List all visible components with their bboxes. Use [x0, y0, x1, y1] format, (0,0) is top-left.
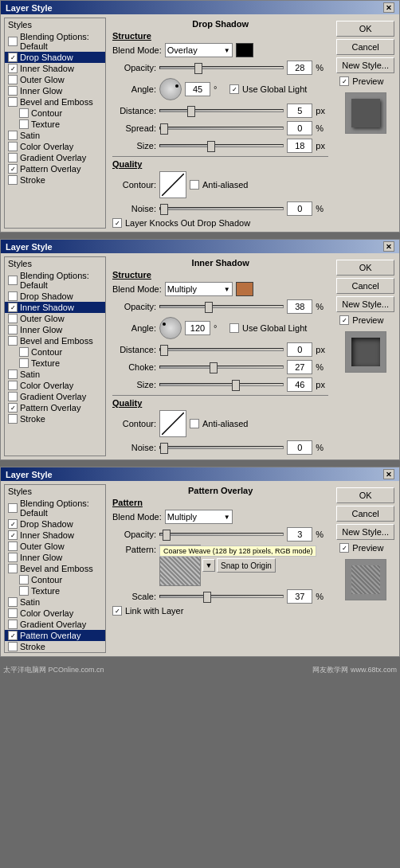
checkbox-gradientoverlay-1[interactable] — [8, 153, 18, 162]
checkbox-innerglow-1[interactable] — [8, 86, 18, 96]
checkbox-coloroverlay-3[interactable] — [8, 608, 18, 618]
checkbox-coloroverlay-1[interactable] — [8, 142, 18, 151]
checkbox-stroke-2[interactable] — [8, 414, 18, 424]
checkbox-patternoverlay-3[interactable] — [8, 631, 18, 640]
close-button-1[interactable]: ✕ — [383, 2, 394, 13]
checkbox-gradientoverlay-3[interactable] — [8, 620, 18, 629]
sidebar-item-patternoverlay-2[interactable]: Pattern Overlay — [5, 402, 105, 413]
preview-cb-1[interactable] — [339, 76, 349, 86]
checkbox-dropshadow-1[interactable] — [8, 53, 18, 62]
sidebar-item-satin-2[interactable]: Satin — [5, 369, 105, 380]
checkbox-outerglow-3[interactable] — [8, 542, 18, 551]
close-button-2[interactable]: ✕ — [383, 241, 394, 252]
sidebar-item-texture-1[interactable]: Texture — [5, 119, 105, 130]
checkbox-satin-1[interactable] — [8, 131, 18, 140]
distance-slider-1[interactable] — [159, 105, 284, 116]
sidebar-item-coloroverlay-3[interactable]: Color Overlay — [5, 608, 105, 619]
preview-cb-2[interactable] — [339, 315, 349, 325]
angle-input-2[interactable] — [185, 321, 210, 335]
anti-aliased-cb-1[interactable] — [190, 180, 199, 190]
sidebar-item-contour-2[interactable]: Contour — [5, 346, 105, 358]
new-style-button-1[interactable]: New Style... — [336, 57, 394, 73]
checkbox-blending-3[interactable] — [8, 503, 18, 513]
checkbox-satin-2[interactable] — [8, 369, 18, 379]
sidebar-item-innerglow-1[interactable]: Inner Glow — [5, 85, 105, 96]
checkbox-texture-2[interactable] — [19, 358, 29, 368]
sidebar-item-blending-3[interactable]: Blending Options: Default — [5, 498, 105, 518]
choke-slider-2[interactable] — [159, 362, 284, 373]
sidebar-item-dropshadow-2[interactable]: Drop Shadow — [5, 291, 105, 302]
checkbox-innershadow-1[interactable] — [8, 64, 18, 73]
pattern-picker-btn-3[interactable]: ▼ — [202, 559, 215, 572]
sidebar-item-gradientoverlay-1[interactable]: Gradient Overlay — [5, 152, 105, 163]
distance-slider-2[interactable] — [159, 344, 284, 355]
cancel-button-3[interactable]: Cancel — [336, 506, 394, 522]
sidebar-item-innershadow-3[interactable]: Inner Shadow — [5, 530, 105, 541]
cancel-button-1[interactable]: Cancel — [336, 39, 394, 55]
sidebar-item-dropshadow-1[interactable]: Drop Shadow — [5, 52, 105, 63]
global-light-cb-2[interactable] — [229, 323, 239, 333]
checkbox-contour-3[interactable] — [19, 575, 29, 585]
blend-mode-dropdown-1[interactable]: Overlay ▼ — [165, 43, 233, 57]
checkbox-bevel-3[interactable] — [8, 564, 18, 573]
ok-button-2[interactable]: OK — [336, 260, 394, 276]
ok-button-3[interactable]: OK — [336, 487, 394, 503]
opacity-input-3[interactable] — [287, 527, 312, 542]
opacity-input-1[interactable] — [287, 61, 312, 75]
angle-input-1[interactable] — [185, 82, 210, 96]
checkbox-texture-1[interactable] — [19, 119, 29, 129]
checkbox-innerglow-3[interactable] — [8, 553, 18, 562]
checkbox-stroke-1[interactable] — [8, 175, 18, 185]
checkbox-outerglow-2[interactable] — [8, 314, 18, 323]
shadow-color-1[interactable] — [236, 43, 253, 57]
sidebar-item-blending-2[interactable]: Blending Options: Default — [5, 270, 105, 291]
scale-input-3[interactable] — [287, 589, 312, 604]
sidebar-item-contour-3[interactable]: Contour — [5, 574, 105, 585]
sidebar-item-innerglow-2[interactable]: Inner Glow — [5, 324, 105, 335]
distance-input-1[interactable] — [287, 104, 312, 118]
sidebar-item-bevel-3[interactable]: Bevel and Emboss — [5, 563, 105, 574]
scale-slider-3[interactable] — [159, 591, 284, 602]
checkbox-texture-3[interactable] — [19, 586, 29, 596]
spread-input-1[interactable] — [287, 121, 312, 135]
shadow-color-2[interactable] — [236, 282, 253, 296]
sidebar-item-innershadow-2[interactable]: Inner Shadow — [5, 302, 105, 313]
noise-input-1[interactable] — [287, 201, 312, 216]
checkbox-contour-1[interactable] — [19, 108, 29, 118]
checkbox-bevel-2[interactable] — [8, 336, 18, 346]
sidebar-item-gradientoverlay-2[interactable]: Gradient Overlay — [5, 391, 105, 402]
sidebar-item-stroke-3[interactable]: Stroke — [5, 641, 105, 652]
checkbox-blending-1[interactable] — [8, 37, 18, 46]
opacity-slider-1[interactable] — [159, 62, 284, 73]
contour-preview-1[interactable] — [159, 171, 186, 198]
new-style-button-3[interactable]: New Style... — [336, 524, 394, 540]
checkbox-innershadow-3[interactable] — [8, 530, 18, 540]
noise-slider-2[interactable] — [159, 442, 284, 453]
sidebar-item-coloroverlay-2[interactable]: Color Overlay — [5, 380, 105, 391]
checkbox-satin-3[interactable] — [8, 597, 18, 607]
sidebar-item-stroke-1[interactable]: Stroke — [5, 174, 105, 186]
sidebar-item-outerglow-3[interactable]: Outer Glow — [5, 541, 105, 552]
sidebar-item-satin-3[interactable]: Satin — [5, 596, 105, 608]
checkbox-innerglow-2[interactable] — [8, 325, 18, 334]
opacity-slider-2[interactable] — [159, 301, 284, 312]
checkbox-innershadow-2[interactable] — [8, 303, 18, 312]
sidebar-item-outerglow-2[interactable]: Outer Glow — [5, 313, 105, 324]
checkbox-stroke-3[interactable] — [8, 642, 18, 651]
checkbox-dropshadow-3[interactable] — [8, 519, 18, 529]
snap-to-origin-btn-3[interactable]: Snap to Origin — [217, 558, 276, 573]
sidebar-item-satin-1[interactable]: Satin — [5, 130, 105, 141]
checkbox-blending-2[interactable] — [8, 276, 18, 285]
sidebar-item-patternoverlay-1[interactable]: Pattern Overlay — [5, 163, 105, 174]
checkbox-contour-2[interactable] — [19, 347, 29, 357]
close-button-3[interactable]: ✕ — [383, 469, 394, 479]
preview-cb-3[interactable] — [339, 543, 349, 553]
sidebar-item-texture-2[interactable]: Texture — [5, 358, 105, 369]
opacity-slider-3[interactable] — [159, 529, 284, 540]
checkbox-patternoverlay-1[interactable] — [8, 164, 18, 174]
checkbox-coloroverlay-2[interactable] — [8, 381, 18, 390]
contour-preview-2[interactable] — [159, 410, 186, 437]
checkbox-dropshadow-2[interactable] — [8, 291, 18, 301]
ok-button-1[interactable]: OK — [336, 21, 394, 37]
size-slider-2[interactable] — [159, 379, 284, 390]
